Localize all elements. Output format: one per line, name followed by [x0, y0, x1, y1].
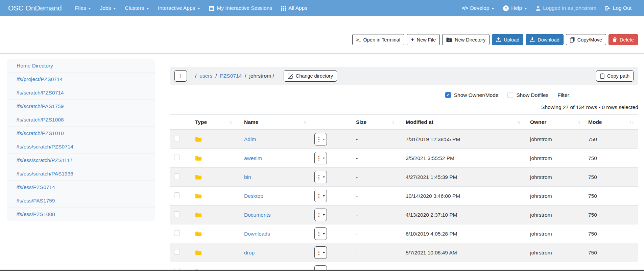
go-up-directory-button[interactable]: ↑: [174, 70, 187, 82]
show-dotfiles-checkbox[interactable]: [507, 92, 513, 98]
clipboard-icon: [600, 73, 604, 79]
sidebar-item-fs-ess-pzs1008[interactable]: /fs/ess/PZS1008: [7, 208, 155, 221]
logged-in-label: Logged in as johrstrom: [543, 5, 596, 11]
sidebar-item-fs-scratch-pzs0714[interactable]: /fs/scratch/PZS0714: [7, 86, 155, 100]
sidebar-item-fs-scratch-pzs1008[interactable]: /fs/scratch/PZS1008: [7, 113, 155, 127]
file-name-link[interactable]: Desktop: [244, 193, 263, 199]
sidebar-item-fs-ess-scratch-pas1936[interactable]: /fs/ess/scratch/PAS1936: [7, 167, 155, 181]
files-table-body: Adlm ⋮ - 7/31/2019 12:38:55 PM johrstrom…: [170, 130, 638, 271]
sidebar-item-fs-ess-pas1759[interactable]: /fs/ess/PAS1759: [7, 194, 155, 208]
nav-interactive-apps-dropdown[interactable]: Interactive Apps: [153, 3, 205, 13]
row-actions-menu-button[interactable]: ⋮: [314, 209, 327, 221]
column-label: Modified at: [406, 119, 433, 125]
copy-path-button[interactable]: Copy path: [596, 70, 634, 82]
table-options-row: ✔ Show Owner/Mode Show Dotfiles Filter:: [445, 90, 638, 100]
filter-input[interactable]: [575, 90, 638, 100]
file-modified-at: 10/14/2020 3:46:00 PM: [399, 193, 524, 199]
row-checkbox[interactable]: [174, 230, 180, 236]
sidebar-item-fs-ess-pzs0714[interactable]: /fs/ess/PZS0714: [7, 181, 155, 194]
row-checkbox[interactable]: [174, 192, 180, 198]
new-directory-button[interactable]: New Directory: [442, 34, 490, 45]
column-label: Mode: [588, 119, 602, 125]
breadcrumb-link-users[interactable]: users: [199, 73, 212, 79]
row-checkbox[interactable]: [174, 249, 180, 255]
row-checkbox[interactable]: [174, 211, 180, 217]
show-dotfiles-label: Show Dotfiles: [516, 92, 548, 98]
sidebar-item-fs-project-pzs0714[interactable]: /fs/project/PZS0714: [7, 73, 155, 86]
table-row-desktop: Desktop ⋮ - 10/14/2020 3:46:00 PM johrst…: [170, 187, 638, 206]
row-checkbox[interactable]: [174, 136, 180, 141]
breadcrumb: / users / PZS0714 / johrstrom /: [195, 73, 274, 79]
nav-jobs-dropdown[interactable]: Jobs: [95, 3, 120, 13]
download-icon: [530, 37, 535, 42]
file-name-link[interactable]: awesim: [244, 155, 262, 161]
column-header-name[interactable]: Name ↑↓: [237, 115, 314, 129]
row-actions-menu-button[interactable]: ⋮: [314, 190, 327, 202]
sessions-window-icon: [209, 6, 214, 11]
sort-icon[interactable]: ↑↓: [630, 120, 633, 125]
trash-icon: [613, 37, 617, 42]
row-actions-menu-button[interactable]: ⋮: [314, 171, 327, 183]
file-name-link[interactable]: Documents: [244, 212, 270, 218]
sort-icon[interactable]: ↑↓: [303, 120, 306, 125]
sort-icon[interactable]: ↑↓: [577, 120, 580, 125]
grid-icon: [281, 6, 286, 11]
file-mode: 750: [585, 155, 638, 161]
row-actions-menu-button[interactable]: ⋮: [314, 246, 327, 259]
sidebar-item-home-directory[interactable]: Home Directory: [7, 59, 155, 73]
file-modified-at: 3/5/2021 3:55:52 PM: [399, 155, 524, 161]
open-in-terminal-label: Open in Terminal: [363, 37, 400, 43]
kebab-icon: ⋮: [316, 250, 321, 255]
open-in-terminal-button[interactable]: >_ Open in Terminal: [352, 34, 404, 45]
nav-all-apps[interactable]: All Apps: [277, 3, 312, 13]
table-row-awesim: awesim ⋮ - 3/5/2021 3:55:52 PM johrstrom…: [170, 149, 638, 168]
show-owner-mode-checkbox[interactable]: ✔: [445, 92, 451, 98]
show-owner-mode-option[interactable]: ✔ Show Owner/Mode: [445, 92, 499, 98]
file-name-link[interactable]: Adlm: [244, 136, 256, 142]
nav-develop-label: Develop: [470, 5, 489, 11]
column-header-type[interactable]: Type ↑↓: [189, 115, 237, 129]
row-actions-menu-button[interactable]: ⋮: [314, 133, 327, 145]
change-directory-button[interactable]: Change directory: [284, 70, 337, 82]
upload-button[interactable]: Upload: [492, 34, 523, 45]
sort-icon[interactable]: ↑↓: [229, 120, 232, 125]
row-checkbox[interactable]: [174, 155, 180, 160]
sidebar-item-fs-ess-scratch-pzs0714[interactable]: /fs/ess/scratch/PZS0714: [7, 140, 155, 154]
delete-button[interactable]: Delete: [609, 34, 638, 45]
chevron-down-icon: [197, 8, 200, 9]
sort-icon[interactable]: ↑↓: [517, 120, 520, 125]
file-name-link[interactable]: drop: [244, 250, 255, 255]
sidebar-item-fs-ess-scratch-pzs1117[interactable]: /fs/ess/scratch/PZS1117: [7, 154, 155, 167]
file-modified-at: 4/27/2021 1:45:39 PM: [399, 174, 524, 180]
file-name-link[interactable]: bin: [244, 174, 251, 180]
file-size: -: [348, 155, 399, 161]
nav-help-label: Help: [511, 5, 522, 11]
sort-icon[interactable]: ↑↓: [391, 120, 394, 125]
nav-log-out[interactable]: Log Out: [601, 3, 636, 13]
new-file-button[interactable]: + New File: [407, 34, 440, 45]
column-header-size[interactable]: Size ↑↓: [348, 115, 399, 129]
nav-clusters-dropdown[interactable]: Clusters: [120, 3, 153, 13]
filter-label: Filter:: [557, 92, 571, 98]
copy-move-button[interactable]: Copy/Move: [566, 34, 606, 45]
sidebar-item-fs-scratch-pzs1010[interactable]: /fs/scratch/PZS1010: [7, 127, 155, 140]
row-actions-menu-button[interactable]: ⋮: [314, 152, 327, 164]
row-checkbox[interactable]: [174, 173, 180, 179]
file-name-link[interactable]: Downloads: [244, 231, 270, 237]
nav-log-out-label: Log Out: [613, 5, 631, 11]
nav-help-dropdown[interactable]: ? Help: [499, 3, 531, 13]
breadcrumb-link-pzs0714[interactable]: PZS0714: [220, 73, 242, 79]
nav-interactive-apps-label: Interactive Apps: [158, 5, 195, 11]
table-row-bin: bin ⋮ - 4/27/2021 1:45:39 PM johrstrom 7…: [170, 168, 638, 187]
nav-my-interactive-sessions[interactable]: My Interactive Sessions: [205, 3, 277, 13]
row-actions-menu-button[interactable]: ⋮: [314, 227, 327, 240]
nav-develop-dropdown[interactable]: </> Develop: [457, 3, 499, 13]
show-dotfiles-option[interactable]: Show Dotfiles: [507, 92, 548, 98]
nav-files-dropdown[interactable]: Files: [71, 3, 96, 13]
brand-link[interactable]: OSC OnDemand: [8, 4, 62, 12]
download-button[interactable]: Download: [526, 34, 564, 45]
column-header-mode[interactable]: Mode ↑↓: [585, 115, 638, 129]
column-header-owner[interactable]: Owner ↑↓: [524, 115, 585, 129]
column-header-modified-at[interactable]: Modified at ↑↓: [399, 115, 524, 129]
sidebar-item-fs-scratch-pas1759[interactable]: /fs/scratch/PAS1759: [7, 100, 155, 113]
